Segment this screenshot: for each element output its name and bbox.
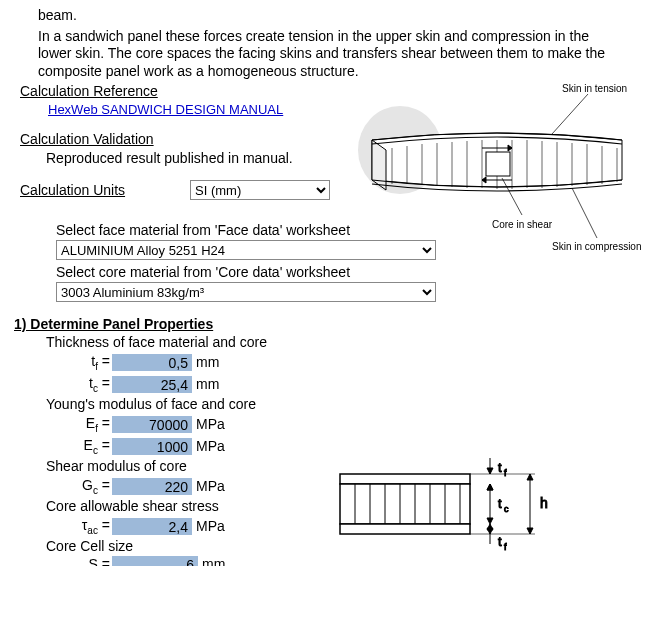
unit-Ec: MPa bbox=[196, 438, 236, 454]
unit-Gc: MPa bbox=[196, 478, 236, 494]
svg-rect-27 bbox=[340, 524, 470, 534]
diagram-label-skin-tension: Skin in tension bbox=[562, 83, 627, 94]
section-dimensions-diagram: tf tc tf h bbox=[330, 444, 570, 564]
calculation-reference-heading: Calculation Reference bbox=[20, 83, 158, 99]
unit-tf: mm bbox=[196, 354, 236, 370]
svg-marker-43 bbox=[487, 484, 493, 490]
units-select[interactable]: SI (mm) bbox=[190, 180, 330, 200]
svg-marker-49 bbox=[487, 528, 493, 534]
svg-text:f: f bbox=[504, 468, 507, 478]
row-tc: tc = 25,4 mm bbox=[70, 374, 638, 394]
unit-Ef: MPa bbox=[196, 416, 236, 432]
diagram-label-core-shear: Core in shear bbox=[492, 219, 553, 230]
value-Gc[interactable]: 220 bbox=[112, 478, 192, 495]
value-S[interactable]: 6 bbox=[112, 556, 198, 566]
value-tac[interactable]: 2,4 bbox=[112, 518, 192, 535]
row-tf: tf = 0,5 mm bbox=[70, 352, 638, 372]
paragraph-sandwich-explanation: In a sandwich panel these forces create … bbox=[38, 28, 618, 81]
section-1-heading: 1) Determine Panel Properties bbox=[14, 316, 638, 332]
value-Ef[interactable]: 70000 bbox=[112, 416, 192, 433]
value-Ec[interactable]: 1000 bbox=[112, 438, 192, 455]
validation-text: Reproduced result published in manual. bbox=[46, 150, 293, 166]
unit-S: mm bbox=[202, 556, 225, 566]
core-material-select[interactable]: 3003 Aluminium 83kg/m³ bbox=[56, 282, 436, 302]
svg-text:t: t bbox=[498, 534, 502, 549]
diagram-label-skin-compression: Skin in compression bbox=[552, 241, 641, 252]
reference-link[interactable]: HexWeb SANDWICH DESIGN MANUAL bbox=[48, 102, 283, 117]
unit-tc: mm bbox=[196, 376, 236, 392]
thickness-subheading: Thickness of face material and core bbox=[46, 334, 638, 350]
svg-line-24 bbox=[572, 188, 597, 238]
value-tf[interactable]: 0,5 bbox=[112, 354, 192, 371]
sandwich-beam-diagram: Skin in tension Core in shear Skin in co… bbox=[352, 80, 642, 260]
svg-rect-25 bbox=[340, 474, 470, 484]
svg-text:c: c bbox=[504, 504, 509, 514]
youngs-subheading: Young's modulus of face and core bbox=[46, 396, 638, 412]
svg-rect-17 bbox=[486, 152, 510, 176]
value-tc[interactable]: 25,4 bbox=[112, 376, 192, 393]
svg-line-22 bbox=[552, 94, 588, 134]
calculation-units-heading: Calculation Units bbox=[20, 182, 190, 198]
svg-marker-53 bbox=[527, 474, 533, 480]
svg-text:t: t bbox=[498, 460, 502, 475]
svg-rect-26 bbox=[340, 484, 470, 524]
svg-text:f: f bbox=[504, 542, 507, 552]
svg-text:h: h bbox=[540, 495, 548, 511]
calculation-validation-heading: Calculation Validation bbox=[20, 131, 154, 147]
svg-text:t: t bbox=[498, 496, 502, 511]
core-material-label: Select core material from 'Core data' wo… bbox=[56, 264, 638, 280]
svg-marker-54 bbox=[527, 528, 533, 534]
unit-tac: MPa bbox=[196, 518, 236, 534]
svg-marker-37 bbox=[487, 468, 493, 474]
intro-fragment: beam. bbox=[38, 7, 618, 25]
row-Ef: Ef = 70000 MPa bbox=[70, 414, 638, 434]
